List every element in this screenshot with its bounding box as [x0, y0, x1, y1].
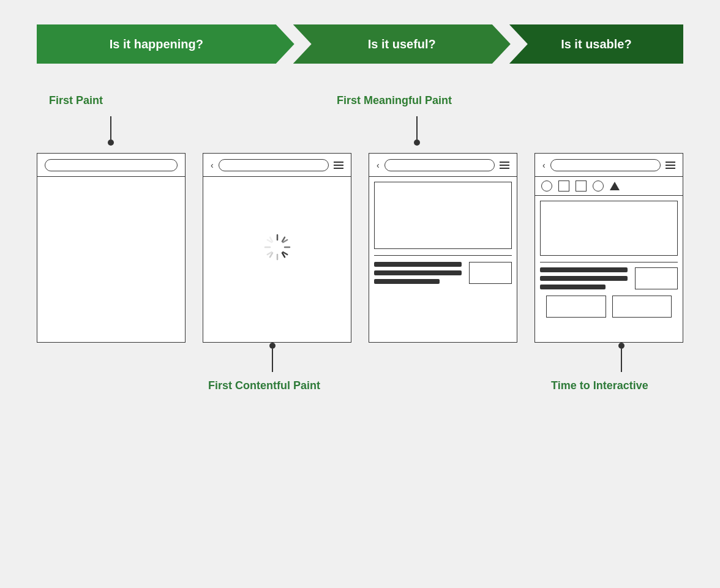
connector-fcp	[269, 343, 276, 372]
screen-wrapper-1	[37, 153, 186, 343]
dot-fp	[108, 140, 114, 146]
hamburger-line-1	[334, 162, 343, 163]
hamburger-2	[334, 162, 343, 169]
image-placeholder-4	[540, 201, 678, 256]
hamburger-line-3	[666, 168, 675, 169]
screen-1-searchbar	[45, 159, 178, 171]
text-line-4-3	[540, 285, 606, 289]
connector-first-paint	[108, 116, 114, 153]
arrow-useful: Is it useful?	[293, 24, 511, 64]
dot-tti	[618, 343, 624, 349]
big-btn-4-1	[546, 296, 606, 318]
screen-4-content	[540, 262, 678, 324]
tab-icon-circle-1	[541, 180, 552, 192]
connector-fmp	[414, 116, 420, 146]
arrow-happening-label: Is it happening?	[110, 37, 203, 51]
hamburger-line-3	[500, 168, 509, 169]
back-icon-2: ‹	[211, 160, 214, 170]
hamburger-line-2	[666, 165, 675, 166]
hamburger-4	[666, 162, 675, 169]
hamburger-line-1	[666, 162, 675, 163]
text-line-2	[374, 270, 462, 275]
text-line-3	[374, 279, 440, 284]
screen-wrapper-2: ‹	[203, 153, 351, 343]
top-connectors	[37, 116, 683, 153]
screen-4: ‹	[534, 153, 683, 343]
screen-2-searchbar	[219, 159, 329, 171]
label-first-meaningful-paint: First Meaningful Paint	[337, 94, 452, 107]
screen-1-body	[37, 177, 185, 318]
screen-4-body	[535, 196, 683, 329]
bottom-connectors	[37, 343, 683, 379]
line-fp	[110, 116, 111, 140]
screen-wrapper-4: ‹	[534, 153, 683, 343]
banner: Is it happening? Is it useful? Is it usa…	[37, 24, 683, 64]
arrow-happening: Is it happening?	[37, 24, 294, 64]
top-labels-row: First Paint First Meaningful Paint	[37, 94, 683, 116]
content-row-3	[374, 262, 512, 284]
hamburger-line-1	[500, 162, 509, 163]
hamburger-3	[500, 162, 509, 169]
hamburger-line-2	[334, 165, 343, 166]
screen-1	[37, 153, 186, 343]
screen-2: ‹	[203, 153, 351, 343]
tab-icon-circle-2	[593, 180, 604, 192]
back-icon-4: ‹	[542, 160, 546, 170]
connector-tti	[618, 343, 624, 372]
text-line-1	[374, 262, 462, 267]
bottom-labels-row: First Contentful Paint Time to Interacti…	[37, 379, 683, 401]
text-lines-3	[374, 262, 462, 284]
back-icon-3: ‹	[377, 160, 380, 170]
screen-2-header: ‹	[203, 154, 351, 177]
screen-3-body	[369, 177, 517, 289]
tab-bar-4	[535, 177, 683, 196]
dot-fmp	[414, 140, 420, 146]
screen-2-body	[203, 177, 351, 318]
tab-icon-triangle	[610, 182, 620, 190]
big-btn-4-2	[612, 296, 672, 318]
content-row-4	[540, 267, 678, 289]
screen-4-searchbar	[550, 159, 661, 171]
buttons-row-4	[540, 296, 678, 324]
tab-icon-square-1	[558, 180, 569, 192]
screen-3-content	[374, 255, 512, 284]
label-first-paint: First Paint	[49, 94, 103, 107]
spinner-svg	[264, 234, 291, 261]
text-line-4-2	[540, 276, 628, 281]
screen-3-header: ‹	[369, 154, 517, 177]
image-placeholder-3	[374, 182, 512, 249]
line-fmp	[416, 116, 418, 140]
tab-icon-square-2	[576, 180, 587, 192]
line-fcp	[272, 349, 273, 372]
screen-4-header: ‹	[535, 154, 683, 177]
button-placeholder-3	[469, 262, 512, 284]
loading-spinner	[264, 234, 291, 261]
arrow-usable: Is it usable?	[509, 24, 683, 64]
text-line-4-1	[540, 267, 628, 272]
label-fcp: First Contentful Paint	[208, 379, 320, 392]
text-lines-4	[540, 267, 628, 289]
arrow-usable-label: Is it usable?	[561, 37, 632, 51]
button-placeholder-4	[635, 267, 678, 289]
screen-1-header	[37, 154, 185, 177]
screen-wrapper-3: ‹	[369, 153, 517, 343]
label-tti: Time to Interactive	[551, 379, 648, 392]
dot-fcp	[269, 343, 276, 349]
arrow-useful-label: Is it useful?	[368, 37, 436, 51]
screen-3-searchbar	[384, 159, 495, 171]
screens-row: ‹	[37, 153, 683, 343]
hamburger-line-2	[500, 165, 509, 166]
hamburger-line-3	[334, 168, 343, 169]
screen-3: ‹	[369, 153, 517, 343]
diagram-area: First Paint First Meaningful Paint	[37, 94, 683, 564]
line-tti	[621, 349, 622, 372]
